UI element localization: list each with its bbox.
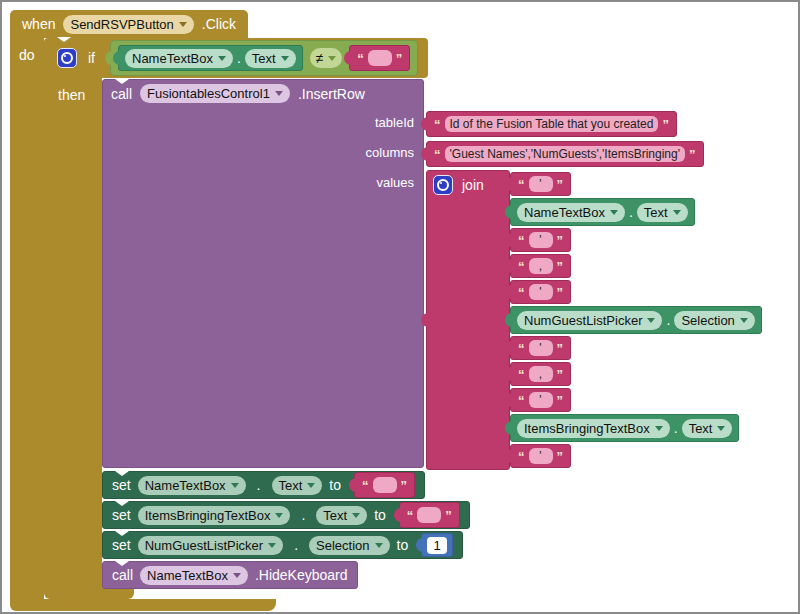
chevron-down-icon (281, 56, 289, 61)
insertrow-call-block[interactable]: call FusiontablesControl1 .InsertRow tab… (102, 79, 424, 468)
set-nametextbox-text-block[interactable]: set NameTextBox . Text to “ ” (102, 471, 425, 499)
string-value-field[interactable] (417, 507, 441, 523)
component-dropdown[interactable]: NameTextBox (517, 203, 625, 222)
component-name: NameTextBox (147, 568, 228, 583)
call-keyword: call (111, 87, 132, 101)
open-quote: “ (362, 479, 369, 492)
numguestlistpicker-selection-getter[interactable]: NumGuestListPicker . Selection (510, 306, 762, 334)
property-name: Selection (681, 313, 734, 328)
apostrophe-string-block[interactable]: “ ' ” (510, 444, 571, 468)
chevron-down-icon (352, 513, 360, 518)
property-dropdown[interactable]: Text (637, 203, 688, 222)
component-name: NumGuestListPicker (145, 538, 263, 553)
columns-string-block[interactable]: “ 'Guest Names','NumGuests','ItemsBringi… (426, 141, 704, 167)
apostrophe-string-block[interactable]: “ ' ” (510, 336, 571, 360)
chevron-down-icon (610, 210, 618, 215)
close-quote: ” (401, 479, 408, 492)
string-value-field[interactable]: ' (529, 392, 553, 408)
component-dropdown[interactable]: NameTextBox (140, 566, 248, 585)
string-value-field[interactable]: ' (529, 448, 553, 464)
string-value-field[interactable]: ' (529, 232, 553, 248)
string-value-field[interactable]: Id of the Fusion Table that you created (445, 116, 659, 132)
tableid-string-block[interactable]: “ Id of the Fusion Table that you create… (426, 111, 677, 137)
hidekeyboard-call-block[interactable]: call NameTextBox .HideKeyboard (102, 561, 358, 589)
string-value-field[interactable]: 'Guest Names','NumGuests','ItemsBringing… (445, 146, 686, 162)
nametextbox-text-getter[interactable]: NameTextBox . Text (510, 198, 695, 226)
set-keyword: set (112, 508, 131, 522)
nametextbox-text-getter[interactable]: NameTextBox . Text (118, 45, 303, 71)
if-block-left-spine[interactable] (44, 78, 102, 587)
string-value-field[interactable] (373, 477, 397, 493)
when-event-block-header[interactable]: when SendRSVPButton .Click (10, 10, 248, 38)
open-quote: “ (357, 52, 364, 65)
set-itemsbringingtextbox-text-block[interactable]: set ItemsBringingTextBox . Text to “ ” (102, 501, 470, 529)
component-dropdown[interactable]: NumGuestListPicker (138, 536, 283, 555)
then-label: then (58, 88, 85, 102)
component-dropdown[interactable]: FusiontablesControl1 (140, 84, 290, 103)
set-numguestlistpicker-selection-block[interactable]: set NumGuestListPicker . Selection to 1 (102, 531, 463, 559)
join-text-block[interactable]: join (426, 170, 510, 470)
empty-string-block[interactable]: “ ” (354, 472, 415, 498)
mutator-gear-icon[interactable] (57, 48, 77, 68)
property-name: Text (279, 478, 303, 493)
component-dropdown[interactable]: ItemsBringingTextBox (138, 506, 291, 525)
string-value-field[interactable] (368, 50, 392, 66)
join-header: join (427, 171, 509, 199)
close-quote: ” (557, 234, 564, 247)
open-quote: “ (434, 118, 441, 131)
insertrow-header: call FusiontablesControl1 .InsertRow (103, 80, 423, 107)
close-quote: ” (557, 368, 564, 381)
if-control-block-header[interactable]: if NameTextBox . Text ≠ “ ” (44, 38, 428, 78)
property-dropdown[interactable]: Selection (674, 311, 754, 330)
event-name: .Click (202, 17, 236, 31)
property-dropdown[interactable]: Text (316, 506, 367, 525)
not-equal-comparison-block[interactable]: NameTextBox . Text ≠ “ ” (110, 40, 418, 76)
string-value-field[interactable]: , (529, 258, 553, 274)
gear-glyph (437, 179, 449, 191)
close-quote: ” (557, 394, 564, 407)
set-keyword: set (112, 478, 131, 492)
apostrophe-string-block[interactable]: “ ' ” (510, 228, 571, 252)
dot-separator: . (257, 477, 261, 493)
apostrophe-string-block[interactable]: “ ' ” (510, 388, 571, 412)
join-arguments: “ ' ” NameTextBox . Text “ ' ” “ , ” “ '… (510, 172, 762, 468)
property-name: Text (323, 508, 347, 523)
string-value-field[interactable]: ' (529, 176, 553, 192)
chevron-down-icon (275, 91, 283, 96)
component-dropdown[interactable]: NameTextBox (125, 49, 233, 68)
component-dropdown[interactable]: NumGuestListPicker (517, 311, 662, 330)
apostrophe-string-block[interactable]: “ ' ” (510, 280, 571, 304)
chevron-down-icon (717, 426, 725, 431)
apostrophe-string-block[interactable]: “ ' ” (510, 172, 571, 196)
property-dropdown[interactable]: Selection (309, 536, 389, 555)
chevron-down-icon (647, 318, 655, 323)
property-dropdown[interactable]: Text (682, 419, 733, 438)
comma-string-block[interactable]: “ , ” (510, 254, 571, 278)
close-quote: ” (396, 52, 403, 65)
number-block[interactable]: 1 (421, 533, 453, 557)
component-dropdown[interactable]: NameTextBox (138, 476, 246, 495)
property-dropdown[interactable]: Text (245, 49, 296, 68)
component-dropdown[interactable]: ItemsBringingTextBox (517, 419, 670, 438)
event-component-dropdown[interactable]: SendRSVPButton (63, 15, 193, 34)
chevron-down-icon (268, 543, 276, 548)
empty-string-block[interactable]: “ ” (349, 45, 410, 71)
if-keyword: if (88, 51, 95, 65)
dot-separator: . (674, 420, 678, 436)
operator-dropdown[interactable]: ≠ (310, 48, 343, 68)
string-value-field[interactable]: , (529, 366, 553, 382)
property-dropdown[interactable]: Text (272, 476, 323, 495)
number-value-field[interactable]: 1 (427, 537, 447, 554)
mutator-gear-icon[interactable] (433, 175, 453, 195)
comma-string-block[interactable]: “ , ” (510, 362, 571, 386)
open-quote: “ (518, 178, 525, 191)
open-quote: “ (518, 260, 525, 273)
string-value-field[interactable]: ' (529, 284, 553, 300)
when-block-bottom-bar[interactable] (10, 599, 276, 611)
open-quote: “ (518, 342, 525, 355)
close-quote: ” (445, 509, 452, 522)
itemsbringingtextbox-text-getter[interactable]: ItemsBringingTextBox . Text (510, 414, 739, 442)
string-value-field[interactable]: ' (529, 340, 553, 356)
when-block-left-spine[interactable] (10, 36, 44, 599)
empty-string-block[interactable]: “ ” (399, 502, 460, 528)
